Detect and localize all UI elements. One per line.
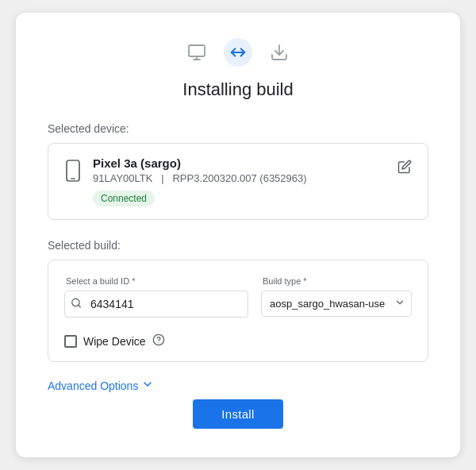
monitor-icon [182,38,211,67]
chevron-down-icon [141,378,154,393]
build-id-input-wrapper [64,291,248,318]
download-icon [265,38,294,67]
selected-build-label: Selected build: [48,239,428,252]
connected-badge: Connected [93,191,155,206]
transfer-icon [224,38,252,67]
wipe-device-label: Wipe Device [83,335,146,348]
device-name: Pixel 3a (sargo) [93,156,386,170]
svg-rect-5 [67,160,79,181]
device-id: 91LAY00LTK [93,172,152,184]
build-type-group: Build type * aosp_sargo_hwasan-user... [261,276,412,318]
build-type-select-wrapper: aosp_sargo_hwasan-user... [261,291,412,317]
build-card: Select a build ID * Build type * [48,260,428,362]
edit-icon[interactable] [397,160,412,177]
build-id-label: Select a build ID * [64,276,248,286]
advanced-options: Advanced Options [48,378,428,393]
device-details: 91LAY00LTK | RPP3.200320.007 (6352963) [93,172,386,184]
device-card: Pixel 3a (sargo) 91LAY00LTK | RPP3.20032… [48,143,428,220]
advanced-options-label: Advanced Options [48,379,138,392]
wipe-device-checkbox[interactable] [64,335,77,348]
help-icon[interactable] [152,333,165,349]
install-section: Install [48,399,428,429]
build-type-label: Build type * [261,276,412,286]
step-icons [48,38,428,67]
build-id-input[interactable] [64,291,248,318]
advanced-options-link[interactable]: Advanced Options [48,378,428,393]
build-fields: Select a build ID * Build type * [64,276,412,318]
build-type-select[interactable]: aosp_sargo_hwasan-user... [261,291,412,317]
device-build: RPP3.200320.007 (6352963) [172,172,306,184]
svg-rect-0 [189,45,205,56]
device-phone-icon [64,160,82,185]
page-title: Installing build [48,79,428,100]
main-card: Installing build Selected device: Pixel … [16,13,460,457]
build-id-group: Select a build ID * [64,276,248,318]
device-info: Pixel 3a (sargo) 91LAY00LTK | RPP3.20032… [93,156,386,206]
wipe-device-row: Wipe Device [64,333,412,349]
selected-device-label: Selected device: [48,122,428,135]
install-button[interactable]: Install [193,399,282,429]
